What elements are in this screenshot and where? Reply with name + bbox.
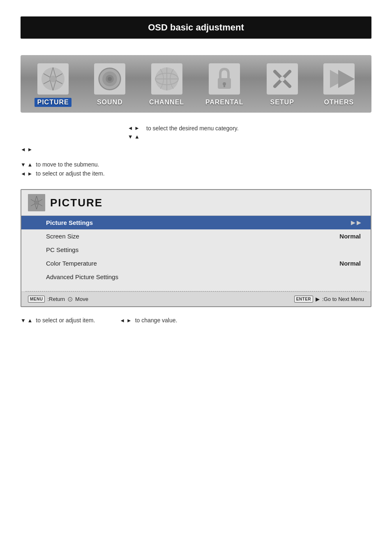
bottom-nav-va: ▼ ▲ to select or adjust item.: [21, 317, 95, 324]
bottom-text-lr: to change value.: [135, 317, 178, 324]
nav-text-lr-2: to select or adjust the item.: [36, 170, 104, 177]
sound-icon: [93, 62, 126, 95]
menu-item-others[interactable]: OTHERS: [318, 62, 360, 107]
enter-icon: ▶: [316, 296, 320, 302]
osd-footer-left: MENU :Return ⊙ Move: [28, 295, 88, 303]
move-label: Move: [75, 296, 88, 302]
osd-label-pc-settings: PC Settings: [46, 246, 78, 253]
menu-bar: PICTURE SOUND: [21, 55, 371, 113]
arrow-va-1: ▼ ▲: [128, 134, 140, 140]
osd-row-pc-settings[interactable]: PC Settings: [21, 243, 371, 257]
menu-item-parental[interactable]: PARENTAL: [203, 62, 246, 107]
nav-text-lr-1: to select the desired menu category.: [146, 125, 371, 132]
osd-row-screen-size[interactable]: Screen Size Normal: [21, 229, 371, 243]
svg-point-29: [280, 76, 285, 81]
arrow-lr-1: ◄ ►: [128, 125, 140, 131]
arrow-va-2: ▼ ▲: [21, 162, 32, 168]
setup-icon: [266, 62, 299, 95]
page-title: OSD basic adjustment: [21, 16, 371, 39]
menu-item-channel[interactable]: CHANNEL: [146, 62, 187, 107]
osd-label-picture-settings: Picture Settings: [46, 219, 93, 226]
parental-icon: [208, 62, 241, 95]
nav-section-1: ◄ ► ▼ ▲ to select the desired menu categ…: [21, 125, 371, 153]
osd-label-screen-size: Screen Size: [46, 233, 79, 240]
menu-badge: MENU: [28, 296, 45, 303]
enter-badge: ENTER: [294, 296, 313, 303]
osd-panel: PICTURE Picture Settings ▶ ▶ Screen Size…: [21, 189, 371, 307]
osd-footer: MENU :Return ⊙ Move ENTER ▶ :Go to Next …: [21, 291, 371, 306]
osd-label-advanced: Advanced Picture Settings: [46, 273, 118, 280]
arrow-lr-2: ◄ ►: [21, 171, 32, 177]
channel-icon: [150, 62, 183, 95]
others-icon: [323, 62, 355, 95]
bottom-text-va: to select or adjust item.: [36, 317, 95, 324]
menu-label-parental: PARENTAL: [203, 98, 246, 107]
osd-value-screen-size: Normal: [339, 233, 361, 240]
svg-point-42: [35, 201, 39, 205]
menu-label-setup: SETUP: [267, 98, 296, 107]
picture-icon: [37, 62, 69, 95]
nav-section-2: ▼ ▲ to move to the submenu. ◄ ► to selec…: [21, 161, 371, 177]
menu-label-others: OTHERS: [322, 98, 357, 107]
menu-label-channel: CHANNEL: [147, 98, 187, 107]
menu-item-setup[interactable]: SETUP: [262, 62, 303, 107]
osd-picture-icon: [28, 194, 45, 211]
bottom-nav: ▼ ▲ to select or adjust item. ◄ ► to cha…: [21, 317, 371, 324]
bottom-arrow-lr: ◄ ►: [120, 317, 131, 324]
osd-panel-title: PICTURE: [50, 197, 103, 209]
osd-row-picture-settings[interactable]: Picture Settings ▶ ▶: [21, 216, 371, 229]
nav-text-va-2: to move to the submenu.: [36, 161, 99, 168]
menu-item-sound[interactable]: SOUND: [89, 62, 130, 107]
menu-label-picture: PICTURE: [35, 98, 71, 107]
menu-label-sound: SOUND: [95, 98, 125, 107]
svg-rect-25: [224, 84, 225, 87]
move-icon: ⊙: [67, 295, 73, 303]
osd-row-advanced[interactable]: Advanced Picture Settings: [21, 270, 371, 284]
svg-point-15: [108, 77, 112, 81]
osd-label-color-temp: Color Temperature: [46, 260, 97, 267]
svg-point-10: [50, 76, 56, 82]
osd-value-color-temp: Normal: [339, 260, 361, 267]
osd-header: PICTURE: [21, 190, 371, 216]
osd-value-picture-settings: ▶ ▶: [351, 220, 361, 226]
osd-footer-right: ENTER ▶ :Go to Next Menu: [294, 296, 364, 303]
bottom-nav-lr: ◄ ► to change value.: [120, 317, 177, 324]
next-menu-label: :Go to Next Menu: [322, 296, 364, 302]
arrow-lr-left: ◄ ►: [21, 146, 32, 153]
menu-item-picture[interactable]: PICTURE: [32, 62, 74, 107]
bottom-arrow-va: ▼ ▲: [21, 317, 32, 324]
return-label: :Return: [47, 296, 65, 302]
osd-row-color-temp[interactable]: Color Temperature Normal: [21, 257, 371, 270]
